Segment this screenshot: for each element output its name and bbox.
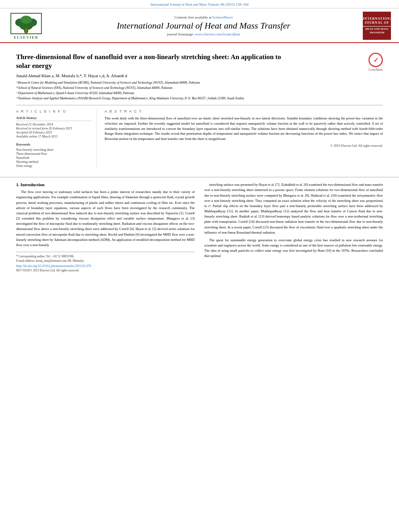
authors-line: Junaid Ahmad Khan a, M. Mustafa b,*, T. …: [16, 74, 383, 78]
keyword-2: Nanofluid: [16, 156, 91, 160]
footnotes-area: * Corresponding author. Tel.: +92 51 908…: [16, 252, 195, 263]
svg-point-5: [25, 28, 27, 31]
body-col-right-text: stretching surface was presented by Haya…: [204, 182, 383, 259]
affiliations: ᵃ Research Centre for Modeling and Simul…: [16, 80, 383, 101]
body-two-col: 1. Introduction The flow over moving or …: [16, 182, 383, 272]
article-info-abstract: A R T I C L E I N F O Article history: R…: [16, 105, 383, 168]
journal-badge-area: INTERNATIONAL JOURNAL OF HEAT AND MASS T…: [359, 12, 391, 40]
history-label: Article history:: [16, 116, 91, 121]
crossmark-icon: ✓: [368, 53, 383, 67]
badge-line2: HEAT AND MASS: [366, 27, 389, 31]
affiliation-d: ᵈ Nonlinear Analysis and Applied Mathema…: [16, 96, 383, 101]
abstract-label: A B S T R A C T: [105, 109, 383, 113]
elsevier-tree-icon: [10, 12, 42, 35]
crossmark-badge[interactable]: ✓ CrossMark: [368, 53, 383, 72]
journal-url[interactable]: www.elsevier.com/locate/ijhmt: [195, 32, 240, 36]
contents-available-line: Contents lists available at ScienceDirec…: [48, 15, 359, 19]
copyright-line: © 2015 Elsevier Ltd. All rights reserved…: [105, 144, 383, 148]
history-available: Available online 17 March 2015: [16, 135, 91, 138]
title-row: ✓ CrossMark Three-dimensional flow of na…: [16, 47, 383, 74]
main-body: 1. Introduction The flow over moving or …: [0, 182, 399, 272]
journal-center-header: Contents lists available at ScienceDirec…: [48, 15, 359, 36]
keyword-3: Shooting method: [16, 160, 91, 164]
footnote-email: E-mail address: meraj_mm@hotmail.com (M.…: [16, 259, 195, 263]
body-para-3: The quest for sustainable energy generat…: [204, 238, 383, 259]
journal-header: ELSEVIER Contents lists available at Sci…: [0, 8, 399, 43]
badge-title-line: INTERNATIONAL JOURNAL OF: [363, 17, 391, 27]
journal-badge: INTERNATIONAL JOURNAL OF HEAT AND MASS T…: [363, 12, 391, 40]
footer-doi[interactable]: http://dx.doi.org/10.1016/j.ijheatmasstr…: [16, 264, 195, 268]
history-revised: Received in revised form 26 February 201…: [16, 127, 91, 130]
keyword-0: Non-linearly stretching sheet: [16, 148, 91, 152]
affiliation-b: ᵇ School of Natural Sciences (SNS), Nati…: [16, 86, 383, 90]
footer-copyright: 0017-9310/© 2015 Elsevier Ltd. All right…: [16, 269, 195, 272]
sciencedirect-link[interactable]: ScienceDirect: [212, 15, 232, 19]
elsevier-wordmark: ELSEVIER: [14, 35, 39, 39]
crossmark-label: CrossMark: [368, 68, 383, 72]
body-para-2: stretching surface was presented by Haya…: [204, 182, 383, 235]
abstract-col: A B S T R A C T This work deals with the…: [105, 109, 383, 168]
doi-link[interactable]: http://dx.doi.org/10.1016/j.ijheatmasstr…: [16, 264, 91, 268]
body-col-left: 1. Introduction The flow over moving or …: [16, 182, 195, 272]
body-col-right: stretching surface was presented by Haya…: [204, 182, 383, 272]
journal-title: International Journal of Heat and Mass T…: [48, 21, 359, 31]
article-title: Three-dimensional flow of nanofluid over…: [16, 53, 291, 70]
body-para-1: The flow over moving or stationary solid…: [16, 189, 195, 248]
history-received: Received 21 December 2014: [16, 123, 91, 126]
affiliation-a: ᵃ Research Centre for Modeling and Simul…: [16, 80, 383, 85]
keywords-label: Keywords:: [16, 142, 91, 146]
article-header-section: ✓ CrossMark Three-dimensional flow of na…: [0, 43, 399, 172]
affiliation-c: ᶜ Department of Mathematics, Quaid-I-Aza…: [16, 91, 383, 96]
keyword-4: Solar energy: [16, 164, 91, 168]
footnote-star: * Corresponding author. Tel.: +92 51 908…: [16, 255, 195, 258]
article-info-label: A R T I C L E I N F O: [16, 109, 91, 113]
body-col-left-text: The flow over moving or stationary solid…: [16, 189, 195, 248]
section1-heading: 1. Introduction: [16, 182, 195, 187]
keywords-section: Keywords: Non-linearly stretching sheet …: [16, 142, 91, 168]
svg-rect-6: [25, 31, 27, 34]
history-accepted: Accepted 26 February 2015: [16, 131, 91, 134]
article-info-col: A R T I C L E I N F O Article history: R…: [16, 109, 97, 168]
authors-text: Junaid Ahmad Khan a, M. Mustafa b,*, T. …: [16, 74, 127, 78]
elsevier-logo: ELSEVIER: [4, 12, 48, 39]
abstract-text: This work deals with the three-dimension…: [105, 116, 383, 142]
keyword-1: Three-dimensional flow: [16, 152, 91, 156]
journal-homepage: journal homepage: www.elsevier.com/locat…: [48, 32, 359, 36]
journal-volume-info: International Journal of Heat and Mass T…: [0, 0, 399, 8]
badge-line3: TRANSFER: [369, 31, 385, 35]
svg-point-4: [21, 16, 32, 24]
section-divider: [0, 177, 399, 177]
